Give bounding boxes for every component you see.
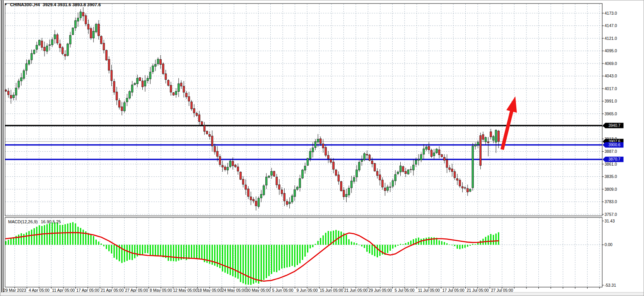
macd-bar <box>364 245 365 248</box>
candle <box>402 166 404 171</box>
candle <box>384 188 386 191</box>
macd-bar <box>348 239 350 245</box>
candle <box>430 150 432 157</box>
candle <box>291 196 293 202</box>
candle <box>69 35 71 44</box>
macd-bar <box>428 237 429 245</box>
macd-bar <box>490 234 491 245</box>
macd-bar <box>395 245 396 247</box>
macd-bar <box>240 245 241 282</box>
macd-bar <box>475 244 476 245</box>
candle <box>395 175 396 181</box>
candle <box>149 72 151 79</box>
macd-bar <box>235 245 236 278</box>
candle <box>420 154 422 160</box>
candle <box>449 168 451 170</box>
symbol-dropdown-icon[interactable]: ▼ <box>4 3 7 6</box>
candle <box>322 144 324 148</box>
macd-bar <box>465 245 466 248</box>
macd-bar <box>410 241 412 245</box>
date-axis[interactable]: 29 Mar 20234 Apr 05:0011 Apr 05:0017 Apr… <box>3 287 600 293</box>
candle <box>142 81 143 87</box>
candle <box>95 24 97 32</box>
macd-bar <box>227 245 228 274</box>
candle <box>33 50 35 54</box>
candle <box>348 188 350 195</box>
candle <box>49 44 51 45</box>
candle <box>56 35 58 43</box>
macd-bar <box>356 243 357 245</box>
candle <box>183 86 185 92</box>
macd-bar <box>111 245 112 253</box>
candle <box>44 47 46 51</box>
candle <box>237 167 239 171</box>
ohlc-label: 3929.4 3931.6 3893.8 3907.6 <box>43 2 101 7</box>
price-axis[interactable]: 4173.04147.04121.04095.04069.04043.04017… <box>602 11 617 287</box>
candle <box>498 131 500 142</box>
macd-bar <box>173 245 174 262</box>
candle <box>113 81 115 92</box>
macd-bar <box>361 245 362 246</box>
macd-name-label: MACD(12,26,9) <box>8 219 38 224</box>
macd-bar <box>232 245 233 276</box>
candle <box>85 15 87 24</box>
macd-bar <box>297 245 298 265</box>
macd-bar <box>155 245 156 256</box>
macd-bar <box>121 245 123 263</box>
macd-bar <box>273 245 275 272</box>
candle <box>312 148 314 152</box>
macd-panel-border <box>5 217 602 287</box>
macd-bar <box>485 237 486 245</box>
macd-bar <box>10 238 12 245</box>
macd-bar <box>258 245 259 284</box>
candle <box>374 163 376 171</box>
candle <box>397 172 399 174</box>
macd-bar <box>57 222 58 245</box>
macd-bar <box>49 223 50 245</box>
candle <box>459 180 461 186</box>
candle <box>191 102 193 109</box>
macd-bar <box>26 233 27 245</box>
macd-bar <box>372 245 373 255</box>
candle <box>198 115 200 122</box>
candle <box>180 83 182 86</box>
macd-bar <box>493 235 494 245</box>
macd-bar <box>263 245 264 280</box>
macd-bar <box>302 245 303 260</box>
mt4-chart-window: 4173.04147.04121.04095.04069.04043.04017… <box>0 0 644 296</box>
price-tag-3940.7: 3940.7 <box>603 123 624 128</box>
candle <box>495 130 497 142</box>
macd-values-label: 16.90 5.25 <box>41 219 61 224</box>
macd-bar <box>400 244 401 245</box>
macd-bar <box>170 245 171 261</box>
macd-bar <box>488 236 489 245</box>
candle <box>276 177 278 185</box>
y-axis-tick-label: 4043.0 <box>605 74 617 78</box>
candle <box>15 88 17 95</box>
macd-bar <box>147 245 148 253</box>
macd-bar <box>467 245 468 247</box>
candle <box>490 132 492 137</box>
y-axis-tick-label: 4147.0 <box>605 23 617 28</box>
macd-bar <box>157 245 159 256</box>
macd-bar <box>142 245 143 255</box>
macd-bar <box>294 245 295 267</box>
macd-bar <box>116 245 117 260</box>
macd-bar <box>449 245 450 245</box>
candle <box>100 36 102 44</box>
macd-bar <box>420 239 422 245</box>
macd-bar <box>176 245 177 262</box>
y-axis-tick-label: 4095.0 <box>605 48 617 53</box>
chart-canvas[interactable]: 4173.04147.04121.04095.04069.04043.04017… <box>0 0 644 296</box>
macd-bar <box>276 245 277 272</box>
macd-bar <box>431 237 432 245</box>
macd-bar <box>39 225 40 245</box>
candle <box>121 107 123 111</box>
macd-bar <box>397 245 398 246</box>
candle <box>482 135 484 140</box>
candle <box>152 66 154 72</box>
candle <box>92 31 94 38</box>
candle <box>382 180 384 187</box>
candle <box>155 64 157 66</box>
candle <box>255 201 257 206</box>
